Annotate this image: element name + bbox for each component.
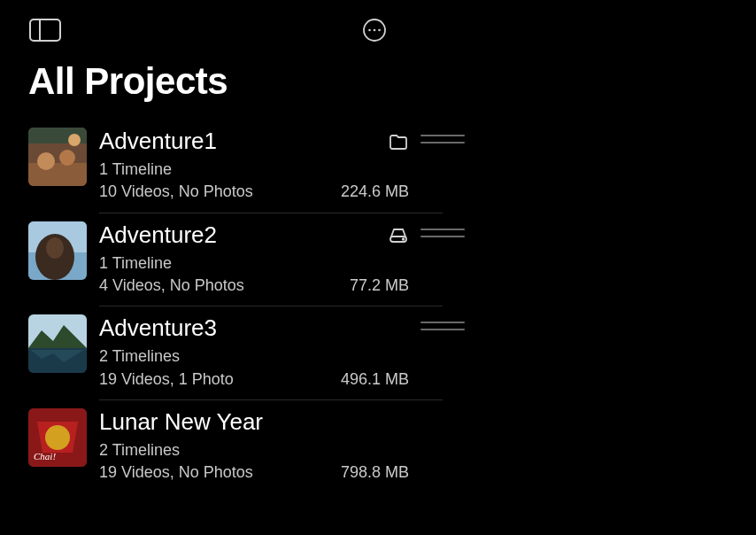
reorder-handle[interactable]	[420, 135, 465, 143]
project-name: Adventure1	[99, 128, 381, 155]
project-list: Adventure1 1 Timeline 10 Videos, No Phot…	[0, 119, 469, 492]
project-name: Lunar New Year	[99, 408, 409, 436]
svg-point-9	[59, 150, 75, 166]
project-timelines: 1 Timeline	[99, 159, 409, 181]
svg-point-24	[45, 425, 70, 450]
project-thumbnail: Chai!	[28, 408, 87, 467]
project-thumbnail	[28, 128, 87, 186]
sidebar-toggle-button[interactable]	[28, 18, 62, 43]
project-info: Adventure2 1 Timeline 4 Videos, No Photo…	[99, 221, 416, 298]
svg-point-3	[368, 29, 371, 32]
project-size: 798.8 MB	[341, 461, 409, 484]
page-title: All Projects	[0, 50, 756, 119]
project-row[interactable]: Adventure2 1 Timeline 4 Videos, No Photo…	[28, 213, 469, 306]
project-size: 496.1 MB	[341, 368, 409, 391]
project-timelines: 1 Timeline	[99, 252, 409, 275]
project-thumbnail	[28, 314, 87, 373]
svg-rect-0	[30, 19, 60, 41]
project-media: 4 Videos, No Photos	[99, 275, 244, 297]
svg-point-8	[37, 152, 55, 170]
project-info: Adventure1 1 Timeline 10 Videos, No Phot…	[99, 128, 416, 204]
project-name: Adventure3	[99, 314, 409, 342]
project-name: Adventure2	[99, 221, 381, 249]
svg-point-15	[46, 237, 64, 259]
sidebar-icon	[29, 19, 61, 42]
svg-rect-7	[28, 163, 87, 186]
svg-point-11	[68, 134, 81, 146]
project-size: 77.2 MB	[350, 275, 409, 297]
project-row[interactable]: Adventure3 2 Timelines 19 Videos, 1 Phot…	[28, 306, 469, 399]
more-options-button[interactable]	[358, 18, 391, 43]
project-timelines: 2 Timelines	[99, 345, 409, 368]
project-media: 19 Videos, No Photos	[99, 461, 253, 484]
project-info: Adventure3 2 Timelines 19 Videos, 1 Phot…	[99, 314, 416, 391]
project-size: 224.6 MB	[341, 181, 409, 203]
toolbar	[0, 0, 756, 50]
reorder-handle[interactable]	[420, 322, 465, 330]
folder-icon	[388, 131, 409, 152]
reorder-handle[interactable]	[420, 229, 465, 237]
project-media: 19 Videos, 1 Photo	[99, 368, 234, 391]
drive-icon	[388, 224, 409, 245]
project-timelines: 2 Timelines	[99, 439, 409, 461]
project-row[interactable]: Chai! Lunar New Year 2 Timelines 19 Vide…	[28, 399, 469, 493]
project-thumbnail	[28, 221, 87, 280]
svg-point-5	[378, 29, 381, 32]
project-row[interactable]: Adventure1 1 Timeline 10 Videos, No Phot…	[28, 119, 469, 213]
svg-point-4	[374, 29, 376, 32]
svg-point-17	[403, 238, 405, 240]
more-icon	[363, 19, 386, 42]
project-info: Lunar New Year 2 Timelines 19 Videos, No…	[99, 408, 416, 485]
svg-text:Chai!: Chai!	[34, 451, 56, 461]
project-media: 10 Videos, No Photos	[99, 181, 253, 203]
